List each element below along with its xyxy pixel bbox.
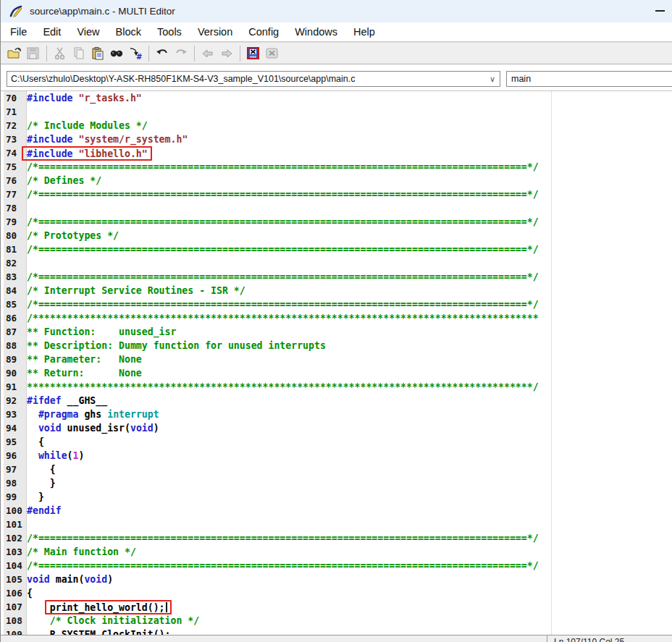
code-line-73[interactable]: 73#include "system/r_system.h" xyxy=(1,132,672,146)
code-line-76[interactable]: 76/* Defines */ xyxy=(1,174,672,187)
code-line-99[interactable]: 99 } xyxy=(1,490,672,504)
code-line-101[interactable]: 101 xyxy=(1,518,672,531)
chevron-down-icon[interactable]: ∨ xyxy=(485,75,500,84)
minimize-button[interactable] xyxy=(655,10,665,12)
code-line-94[interactable]: 94 void unused_isr(void) xyxy=(1,421,672,435)
line-number: 101 xyxy=(1,518,27,531)
line-number: 86 xyxy=(1,311,27,325)
line-number: 104 xyxy=(1,559,27,573)
function-search-input[interactable]: main xyxy=(506,71,672,87)
menu-item-file[interactable]: File xyxy=(2,26,35,38)
toolbar-separator xyxy=(194,46,195,62)
code-line-81[interactable]: 81/*====================================… xyxy=(1,242,672,256)
code-line-97[interactable]: 97 { xyxy=(1,463,672,476)
file-path-value: C:\Users\zhulo\Desktop\Y-ASK-RH850F1KM-S… xyxy=(7,74,485,84)
title-bar: source\app\main.c - MULTI Editor xyxy=(1,0,672,22)
menu-item-version[interactable]: Version xyxy=(190,26,240,38)
code-line-109[interactable]: 109 R_SYSTEM_ClockInit(); xyxy=(1,628,672,635)
code-line-108[interactable]: 108 /* Clock initialization */ xyxy=(1,614,672,628)
code-line-92[interactable]: 92#ifdef __GHS__ xyxy=(1,394,672,407)
code-line-78[interactable]: 78 xyxy=(1,201,672,215)
code-line-100[interactable]: 100#endif xyxy=(1,504,672,518)
line-number: 88 xyxy=(1,339,27,352)
code-line-107[interactable]: 107 print_hello_world(); xyxy=(1,600,672,614)
menu-item-block[interactable]: Block xyxy=(108,26,149,38)
paste-button[interactable] xyxy=(88,44,107,63)
menu-item-view[interactable]: View xyxy=(69,26,107,38)
redo-button xyxy=(172,44,190,63)
code-line-88[interactable]: 88** Description: Dummy function for unu… xyxy=(1,339,672,352)
line-number: 76 xyxy=(1,174,27,187)
menu-item-help[interactable]: Help xyxy=(345,26,383,38)
code-line-72[interactable]: 72/* Include Modules */ xyxy=(1,119,672,132)
multi-editor-window: source\app\main.c - MULTI Editor FileEdi… xyxy=(0,0,672,642)
code-line-87[interactable]: 87** Function: unused_isr xyxy=(1,325,672,339)
code-line-95[interactable]: 95 { xyxy=(1,435,672,449)
line-number: 100 xyxy=(1,504,27,518)
highlight-box: #include "libhello.h" xyxy=(22,146,152,161)
code-line-79[interactable]: 79/*====================================… xyxy=(1,215,672,229)
line-number: 81 xyxy=(1,242,27,256)
code-line-105[interactable]: 105void main(void) xyxy=(1,573,672,586)
code-line-89[interactable]: 89** Parameter: None xyxy=(1,352,672,366)
line-number: 85 xyxy=(1,297,27,311)
navigate-forward-button xyxy=(217,44,236,63)
code-line-71[interactable]: 71 xyxy=(1,105,672,119)
code-line-86[interactable]: 86/*************************************… xyxy=(1,311,672,325)
svg-text:#: # xyxy=(136,53,142,60)
code-line-93[interactable]: 93 #pragma ghs interrupt xyxy=(1,407,672,421)
code-line-82[interactable]: 82 xyxy=(1,256,672,270)
line-number: 90 xyxy=(1,366,27,380)
function-search-value: main xyxy=(507,74,531,84)
cut-button xyxy=(51,44,70,63)
line-number: 87 xyxy=(1,325,27,339)
code-line-80[interactable]: 80/* Prototypes */ xyxy=(1,229,672,242)
line-number: 102 xyxy=(1,531,27,545)
code-line-96[interactable]: 96 while(1) xyxy=(1,449,672,463)
cursor-position-status: Ln 107/110 Col 25 xyxy=(554,637,624,642)
menu-item-tools[interactable]: Tools xyxy=(149,26,190,38)
location-row: C:\Users\zhulo\Desktop\Y-ASK-RH850F1KM-S… xyxy=(1,64,672,91)
code-line-103[interactable]: 103/* Main function */ xyxy=(1,545,672,559)
file-path-combobox[interactable]: C:\Users\zhulo\Desktop\Y-ASK-RH850F1KM-S… xyxy=(7,71,500,87)
code-line-84[interactable]: 84/* Interrupt Service Routines - ISR */ xyxy=(1,284,672,297)
line-number: 94 xyxy=(1,421,27,435)
menu-item-config[interactable]: Config xyxy=(240,26,287,38)
menu-bar: FileEditViewBlockToolsVersionConfigWindo… xyxy=(1,22,672,42)
code-editor[interactable]: 70#include "r_tasks.h"7172/* Include Mod… xyxy=(1,91,672,635)
line-number: 98 xyxy=(1,476,27,490)
window-title: source\app\main.c - MULTI Editor xyxy=(30,6,175,17)
code-line-83[interactable]: 83/*====================================… xyxy=(1,270,672,284)
line-number: 105 xyxy=(1,573,27,586)
open-button[interactable] xyxy=(5,44,24,63)
code-line-98[interactable]: 98 } xyxy=(1,476,672,490)
text-caret xyxy=(166,602,167,612)
code-line-85[interactable]: 85/*====================================… xyxy=(1,297,672,311)
undo-button[interactable] xyxy=(153,44,172,63)
line-number: 91 xyxy=(1,380,27,394)
code-line-104[interactable]: 104/*===================================… xyxy=(1,559,672,573)
code-line-106[interactable]: 106{ xyxy=(1,586,672,600)
line-number: 82 xyxy=(1,256,27,270)
toolbar: # xyxy=(1,42,672,64)
toolbar-separator xyxy=(46,46,47,62)
code-line-74[interactable]: 74#include "libhello.h" xyxy=(1,146,672,160)
find-button[interactable] xyxy=(107,44,126,63)
line-number: 95 xyxy=(1,435,27,449)
code-line-77[interactable]: 77/*====================================… xyxy=(1,187,672,201)
code-line-75[interactable]: 75/*====================================… xyxy=(1,160,672,174)
line-number: 107 xyxy=(1,600,27,614)
code-line-102[interactable]: 102/*===================================… xyxy=(1,531,672,545)
code-lines: 70#include "r_tasks.h"7172/* Include Mod… xyxy=(1,91,672,635)
code-line-91[interactable]: 91**************************************… xyxy=(1,380,672,394)
goto-line-button[interactable]: # xyxy=(126,44,145,63)
menu-item-windows[interactable]: Windows xyxy=(287,26,345,38)
line-number: 106 xyxy=(1,586,27,600)
line-number: 80 xyxy=(1,229,27,242)
save-and-close-button[interactable] xyxy=(244,44,263,63)
code-line-90[interactable]: 90** Return: None xyxy=(1,366,672,380)
code-line-70[interactable]: 70#include "r_tasks.h" xyxy=(1,91,672,105)
close-button xyxy=(263,44,282,63)
line-number: 97 xyxy=(1,463,27,476)
menu-item-edit[interactable]: Edit xyxy=(35,26,69,38)
